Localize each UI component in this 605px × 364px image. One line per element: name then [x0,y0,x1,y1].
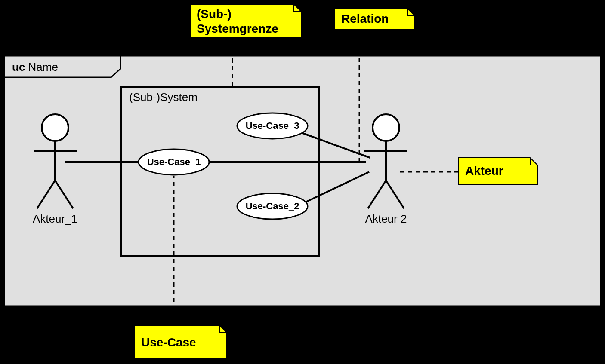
note-usecase: Use-Case [135,325,227,359]
note-akteur: Akteur [459,158,537,185]
svg-text:Relation: Relation [341,12,389,25]
use-case-2-label: Use-Case_2 [246,201,299,211]
use-case-diagram: uc Name (Sub-)System Use-Case_1 Use-Case… [0,0,605,364]
svg-text:Akteur: Akteur [465,164,503,177]
svg-point-0 [42,114,68,141]
note-relation: Relation [335,9,415,29]
note-systemgrenze: (Sub-) Systemgrenze [190,4,301,38]
svg-text:(Sub-): (Sub-) [197,7,232,21]
diagram-frame-label: uc Name [12,61,58,73]
svg-text:Systemgrenze: Systemgrenze [197,22,278,35]
system-boundary-label: (Sub-)System [129,91,198,104]
use-case-1-label: Use-Case_1 [147,156,201,167]
actor-2-label: Akteur 2 [365,212,407,225]
use-case-3-label: Use-Case_3 [246,120,299,131]
svg-text:Use-Case: Use-Case [141,336,196,349]
svg-point-5 [373,114,399,141]
actor-1-label: Akteur_1 [33,212,77,225]
